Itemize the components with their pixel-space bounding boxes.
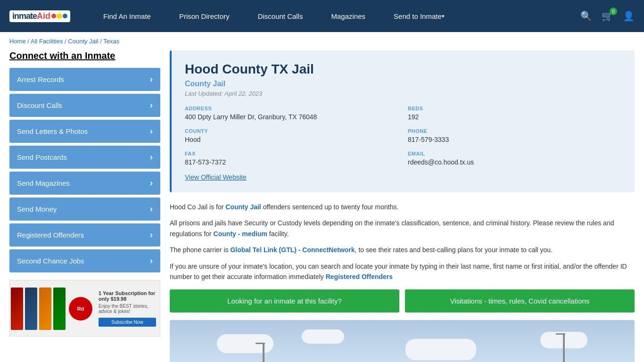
nav-discount-calls[interactable]: Discount Calls bbox=[244, 0, 317, 32]
email-value: rdeeds@co.hood.tx.us bbox=[408, 158, 621, 166]
facility-details: ADDRESS 400 Dpty Larry Miller Dr, Granbu… bbox=[185, 106, 621, 181]
beds-value: 192 bbox=[408, 113, 621, 121]
header-icons: 🔍 🛒 0 👤 bbox=[580, 10, 635, 22]
detail-county: COUNTY Hood bbox=[185, 128, 398, 143]
sidebar-item-discount-calls[interactable]: Discount Calls › bbox=[9, 94, 160, 117]
arrow-icon: › bbox=[150, 204, 153, 214]
breadcrumb-state[interactable]: Texas bbox=[103, 38, 119, 45]
light-arm-2 bbox=[556, 333, 565, 335]
breadcrumb-home[interactable]: Home bbox=[9, 38, 26, 45]
sidebar-item-send-letters[interactable]: Send Letters & Photos › bbox=[9, 120, 160, 143]
facility-card: Hood County TX Jail County Jail Last Upd… bbox=[170, 50, 635, 192]
arrow-icon: › bbox=[150, 256, 153, 266]
ad-banner: Rd 1 Year Subscription for only $19.98 E… bbox=[9, 280, 160, 337]
photo-pole-1 bbox=[263, 343, 264, 362]
desc-para-1: Hood Co Jail is for County Jail offender… bbox=[170, 202, 635, 212]
detail-address: ADDRESS 400 Dpty Larry Miller Dr, Granbu… bbox=[185, 106, 398, 121]
breadcrumb: Home / All Facilities / County Jail / Te… bbox=[0, 32, 644, 50]
facility-description: Hood Co Jail is for County Jail offender… bbox=[170, 202, 635, 282]
user-icon[interactable]: 👤 bbox=[623, 10, 635, 22]
sidebar-menu: Arrest Records › Discount Calls › Send L… bbox=[9, 68, 160, 272]
connect-title: Connect with an Inmate bbox=[9, 50, 160, 61]
arrow-icon: › bbox=[150, 74, 153, 84]
search-icon[interactable]: 🔍 bbox=[580, 10, 592, 22]
ad-book-3 bbox=[39, 288, 51, 330]
detail-official-link: View Official Website bbox=[185, 173, 621, 181]
ad-subtitle: Enjoy the BEST stories, advice & jokes! bbox=[99, 304, 156, 314]
sidebar-item-send-money[interactable]: Send Money › bbox=[9, 197, 160, 221]
ad-subscribe-button[interactable]: Subscribe Now bbox=[99, 318, 156, 327]
breadcrumb-all-facilities[interactable]: All Facilities bbox=[31, 38, 63, 45]
nav-prison-directory[interactable]: Prison Directory bbox=[165, 0, 244, 32]
sidebar-item-send-magazines[interactable]: Send Magazines › bbox=[9, 172, 160, 195]
sidebar-item-registered-offenders[interactable]: Registered Offenders › bbox=[9, 223, 160, 247]
gtl-link[interactable]: Global Tel Link (GTL) - ConnectNetwork bbox=[230, 246, 355, 254]
beds-label: BEDS bbox=[408, 106, 621, 111]
logo-all: Aid bbox=[37, 11, 50, 21]
sidebar-item-arrest-records[interactable]: Arrest Records › bbox=[9, 68, 160, 91]
cloud-3 bbox=[405, 339, 476, 360]
cart-icon[interactable]: 🛒 0 bbox=[602, 10, 613, 22]
ad-rd-logo: Rd bbox=[69, 297, 92, 321]
official-website-link[interactable]: View Official Website bbox=[185, 173, 247, 181]
detail-beds: BEDS 192 bbox=[408, 106, 621, 121]
phone-label: PHONE bbox=[408, 128, 621, 134]
logo[interactable]: inmate Aid bbox=[9, 10, 70, 22]
phone-value: 817-579-3333 bbox=[408, 136, 621, 143]
detail-fax: FAX 817-573-7372 bbox=[185, 151, 398, 166]
right-content: Hood County TX Jail County Jail Last Upd… bbox=[170, 50, 635, 362]
facility-type: County Jail bbox=[185, 80, 621, 88]
arrow-icon: › bbox=[150, 126, 153, 136]
arrow-icon: › bbox=[150, 178, 153, 188]
header: inmate Aid Find An Inmate Prison Directo… bbox=[0, 0, 644, 32]
cart-badge: 0 bbox=[610, 8, 617, 15]
ad-book-2 bbox=[25, 288, 37, 330]
ad-images bbox=[10, 280, 66, 336]
address-value: 400 Dpty Larry Miller Dr, Granbury, TX 7… bbox=[185, 113, 398, 121]
nav-magazines[interactable]: Magazines bbox=[317, 0, 380, 32]
desc-para-3: The phone carrier is Global Tel Link (GT… bbox=[170, 245, 635, 255]
nav-send-to-inmate[interactable]: Send to Inmate bbox=[380, 0, 459, 32]
county-value: Hood bbox=[185, 136, 398, 143]
email-label: EMAIL bbox=[408, 151, 621, 156]
logo-text: inmate bbox=[12, 11, 37, 21]
ad-book-1 bbox=[11, 288, 23, 330]
ad-text-area: 1 Year Subscription for only $19.98 Enjo… bbox=[95, 280, 160, 336]
visitations-button[interactable]: Visitations - times, rules, Covid cancel… bbox=[405, 289, 635, 313]
arrow-icon: › bbox=[150, 230, 153, 240]
breadcrumb-county-jail[interactable]: County Jail bbox=[68, 38, 98, 45]
arrow-icon: › bbox=[150, 152, 153, 162]
fax-value: 817-573-7372 bbox=[185, 158, 398, 166]
county-jail-link-1[interactable]: County Jail bbox=[225, 203, 261, 211]
sidebar-item-second-chance-jobs[interactable]: Second Chance Jobs › bbox=[9, 249, 160, 272]
facility-name: Hood County TX Jail bbox=[185, 62, 621, 77]
county-medium-link[interactable]: County - medium bbox=[214, 230, 267, 238]
cloud-2 bbox=[302, 329, 344, 344]
photo-pole-2 bbox=[563, 333, 565, 362]
ad-title: 1 Year Subscription for only $19.98 bbox=[99, 290, 156, 302]
light-arm-1 bbox=[256, 343, 265, 344]
detail-phone: PHONE 817-579-3333 bbox=[408, 128, 621, 143]
address-label: ADDRESS bbox=[185, 106, 398, 111]
main-content: Connect with an Inmate Arrest Records › … bbox=[0, 50, 644, 362]
facility-updated: Last Updated: April 22, 2023 bbox=[185, 90, 621, 97]
desc-para-4: If you are unsure of your inmate's locat… bbox=[170, 261, 635, 282]
facility-photo bbox=[170, 320, 635, 362]
action-buttons: Looking for an inmate at this facility? … bbox=[170, 289, 635, 313]
looking-for-inmate-button[interactable]: Looking for an inmate at this facility? bbox=[170, 289, 399, 313]
ad-book-4 bbox=[53, 288, 66, 330]
fax-label: FAX bbox=[185, 151, 398, 156]
sidebar-item-send-postcards[interactable]: Send Postcards › bbox=[9, 146, 160, 169]
county-label: COUNTY bbox=[185, 128, 398, 134]
sidebar: Connect with an Inmate Arrest Records › … bbox=[9, 50, 160, 362]
arrow-icon: › bbox=[150, 100, 153, 110]
main-nav: Find An Inmate Prison Directory Discount… bbox=[89, 0, 580, 32]
nav-find-inmate[interactable]: Find An Inmate bbox=[89, 0, 165, 32]
detail-email: EMAIL rdeeds@co.hood.tx.us bbox=[408, 151, 621, 166]
registered-offenders-link[interactable]: Registered Offenders bbox=[326, 273, 393, 280]
desc-para-2: All prisons and jails have Security or C… bbox=[170, 218, 635, 239]
